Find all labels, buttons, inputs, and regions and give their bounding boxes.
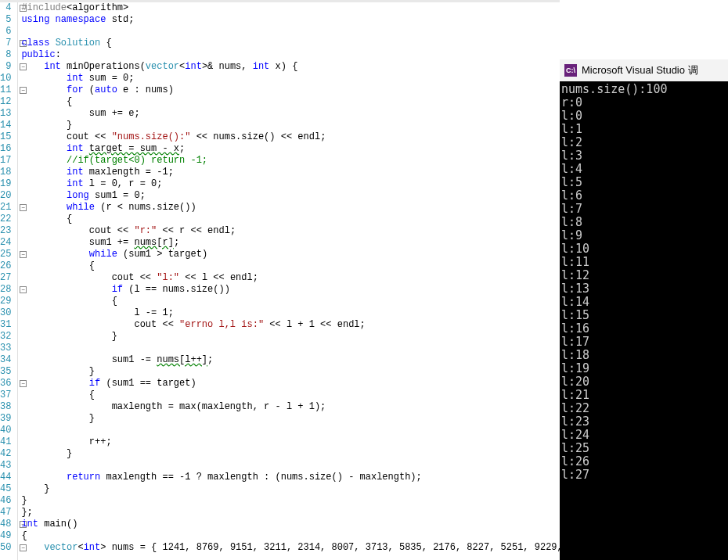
line-number: 10 (0, 73, 11, 84)
code-line[interactable]: int minOperations(vector<int>& nums, int… (21, 61, 560, 73)
code-line[interactable]: }; (21, 507, 560, 519)
code-line[interactable]: public: (21, 49, 560, 61)
code-line[interactable]: int l = 0, r = 0; (21, 178, 560, 190)
code-line[interactable]: } (21, 331, 560, 343)
line-number: 29 (0, 296, 11, 307)
line-number: 18 (0, 167, 11, 178)
code-line[interactable]: class Solution { (21, 38, 560, 49)
code-line[interactable]: int main() (21, 519, 560, 530)
code-line[interactable]: if (sum1 == target) (21, 378, 560, 389)
console-line: l:15 (561, 309, 728, 322)
code-line[interactable]: { (21, 96, 560, 108)
console-line: l:5 (561, 176, 728, 189)
code-line[interactable]: int maxlength = -1; (21, 167, 560, 178)
code-line[interactable]: //if(target<0) return -1; (21, 155, 560, 167)
console-line: l:8 (561, 216, 728, 229)
line-number: 12 (0, 96, 11, 108)
line-number: 39 (0, 413, 11, 425)
code-line[interactable]: } (21, 495, 560, 507)
code-line[interactable]: int sum = 0; (21, 73, 560, 84)
line-number: 23 (0, 225, 11, 237)
line-number: 37 (0, 389, 11, 401)
line-number: 25 (0, 249, 11, 260)
console-line: l:3 (561, 149, 728, 163)
code-area[interactable]: 4567891011121314151617181920212223242526… (0, 2, 560, 560)
console-line: l:10 (561, 242, 728, 256)
console-line: l:11 (561, 256, 728, 269)
code-line[interactable]: l -= 1; (21, 307, 560, 319)
code-line[interactable]: for (auto e : nums) (21, 84, 560, 96)
code-line[interactable]: #include<algorithm> (21, 2, 560, 14)
line-number: 42 (0, 448, 11, 460)
code-line[interactable] (21, 460, 560, 472)
console-line: l:23 (561, 415, 728, 429)
console-line: l:1 (561, 123, 728, 136)
line-number: 44 (0, 472, 11, 483)
code-line[interactable]: using namespace std; (21, 14, 560, 26)
code-line[interactable]: sum1 += nums[r]; (21, 237, 560, 249)
line-number: 24 (0, 237, 11, 249)
code-line[interactable]: { (21, 260, 560, 272)
code-line[interactable]: { (21, 214, 560, 225)
code-line[interactable]: long sum1 = 0; (21, 190, 560, 202)
code-line[interactable]: } (21, 120, 560, 131)
code-line[interactable]: r++; (21, 436, 560, 448)
code-line[interactable] (21, 343, 560, 354)
code-line[interactable]: if (l == nums.size()) (21, 284, 560, 296)
code-line[interactable] (21, 26, 560, 38)
code-line[interactable]: vector<int> nums = { 1241, 8769, 9151, 3… (21, 542, 560, 554)
console-output[interactable]: nums.size():100r:0l:0l:1l:2l:3l:4l:5l:6l… (560, 81, 728, 560)
console-line: l:16 (561, 322, 728, 336)
line-number: 26 (0, 260, 11, 272)
line-number: 33 (0, 343, 11, 354)
line-number: 22 (0, 214, 11, 225)
code-line[interactable]: return maxlength == -1 ? maxlength : (nu… (21, 472, 560, 483)
code-line[interactable]: { (21, 530, 560, 542)
line-number: 17 (0, 155, 11, 167)
line-number: 28 (0, 284, 11, 296)
console-line: l:4 (561, 163, 728, 176)
code-line[interactable]: sum += e; (21, 108, 560, 120)
code-editor-pane: 4567891011121314151617181920212223242526… (0, 0, 560, 560)
code-line[interactable]: sum1 -= nums[l++]; (21, 354, 560, 366)
code-line[interactable]: cout << "l:" << l << endl; (21, 272, 560, 284)
line-number: 11 (0, 84, 11, 96)
code-text[interactable]: #include<algorithm>using namespace std; … (18, 2, 560, 560)
code-line[interactable]: } (21, 448, 560, 460)
code-line[interactable]: int target = sum - x; (21, 143, 560, 155)
code-line[interactable]: cout << "r:" << r << endl; (21, 225, 560, 237)
code-line[interactable]: } (21, 483, 560, 495)
code-line[interactable]: cout << "errno l,l is:" << l + 1 << endl… (21, 319, 560, 331)
line-number: 45 (0, 483, 11, 495)
console-line: l:21 (561, 389, 728, 402)
line-number: 38 (0, 401, 11, 413)
console-line: l:17 (561, 336, 728, 349)
code-line[interactable]: } (21, 366, 560, 378)
console-line: l:18 (561, 349, 728, 362)
console-line: r:0 (561, 96, 728, 109)
line-number: 27 (0, 272, 11, 284)
line-number: 41 (0, 436, 11, 448)
code-line[interactable]: { (21, 296, 560, 307)
code-line[interactable]: while (r < nums.size()) (21, 202, 560, 214)
vs-icon: C:\ (564, 64, 577, 77)
line-number: 34 (0, 354, 11, 366)
code-line[interactable]: cout << "nums.size():" << nums.size() <<… (21, 131, 560, 143)
line-number: 40 (0, 425, 11, 436)
line-number: 49 (0, 530, 11, 542)
console-titlebar[interactable]: C:\ Microsoft Visual Studio 调 (560, 59, 728, 81)
code-line[interactable] (21, 425, 560, 436)
console-line: l:25 (561, 442, 728, 455)
console-line: l:13 (561, 282, 728, 296)
line-number: 21 (0, 202, 11, 214)
line-number: 14 (0, 120, 11, 131)
console-line: l:0 (561, 109, 728, 123)
code-line[interactable]: { (21, 389, 560, 401)
console-line: l:2 (561, 136, 728, 149)
code-line[interactable]: while (sum1 > target) (21, 249, 560, 260)
code-line[interactable]: maxlength = max(maxlength, r - l + 1); (21, 401, 560, 413)
code-line[interactable]: } (21, 413, 560, 425)
console-line: l:22 (561, 402, 728, 415)
console-line: l:24 (561, 429, 728, 442)
console-line: l:9 (561, 229, 728, 242)
